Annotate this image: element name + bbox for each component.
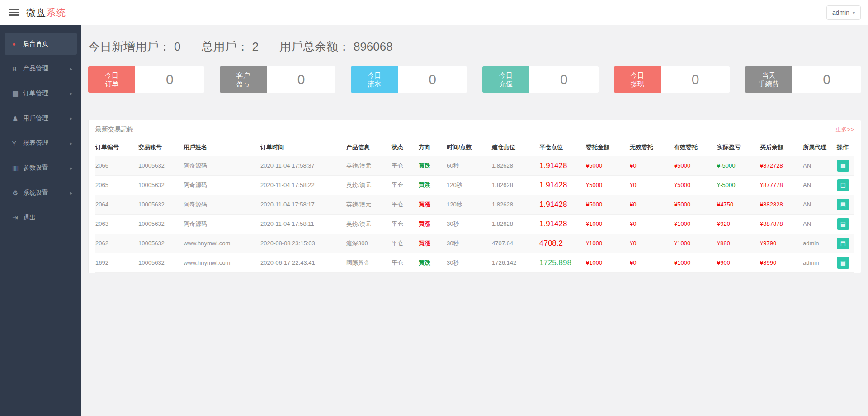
cell-agent: admin — [803, 234, 837, 253]
cell-account: 10005632 — [138, 156, 184, 175]
panel-title: 最新交易記錄 — [95, 126, 133, 134]
stat: 用戶总余额：896068 — [279, 39, 393, 55]
view-order-button[interactable]: ▤ — [837, 199, 849, 210]
stat-value: 2 — [252, 40, 258, 53]
column-header: 买后余額 — [760, 139, 803, 156]
cell-order-id: 2064 — [95, 195, 138, 214]
card-today-deposit: 今日 充值 0 — [482, 66, 599, 93]
cell-account: 10005632 — [138, 234, 184, 253]
cell-balance: ¥887878 — [760, 214, 803, 234]
signout-icon: ⇥ — [12, 214, 23, 222]
cell-profit: ¥-5000 — [717, 156, 760, 175]
stat-card-value: 0 — [135, 66, 204, 93]
cell-user-name: 阿奇源码 — [184, 156, 260, 175]
cell-order-id: 2065 — [95, 175, 138, 195]
stat-cards: 今日 订单 0 客户 盈亏 0 今日 流水 0 今日 充值 0 今日 提现 0 … — [88, 66, 861, 93]
cell-account: 10005632 — [138, 214, 184, 234]
cell-agent: admin — [803, 253, 837, 272]
column-header: 操作 — [837, 139, 854, 156]
cell-valid-amount: ¥5000 — [674, 195, 717, 214]
card-today-withdraw: 今日 提现 0 — [614, 66, 730, 93]
user-dropdown[interactable]: admin ▾ — [826, 5, 861, 20]
more-link[interactable]: 更多>> — [835, 126, 854, 134]
cell-open-price: 1726.142 — [492, 253, 539, 272]
cell-valid-amount: ¥5000 — [674, 175, 717, 195]
panel-header: 最新交易記錄 更多>> — [89, 120, 861, 139]
stat-card-value: 0 — [529, 66, 599, 93]
cell-period: 120秒 — [447, 195, 492, 214]
sidebar-item-label: 后台首页 — [23, 40, 72, 48]
view-order-button[interactable]: ▤ — [837, 160, 849, 172]
sidebar-item-label: 报表管理 — [23, 139, 70, 147]
column-header: 平仓点位 — [539, 139, 586, 156]
cell-period: 30秒 — [447, 253, 492, 272]
cell-order-time: 2020-08-08 23:15:03 — [260, 234, 346, 253]
copy-icon: ▥ — [12, 164, 23, 172]
column-header: 建仓点位 — [492, 139, 539, 156]
sidebar-item-reports[interactable]: ¥ 报表管理 ▸ — [5, 132, 77, 154]
bitcoin-icon: Ƀ — [12, 65, 23, 73]
stat-card-value: 0 — [792, 66, 861, 93]
cell-valid-amount: ¥1000 — [674, 234, 717, 253]
cell-direction: 買跌 — [419, 175, 447, 195]
menu-toggle-icon[interactable] — [9, 8, 19, 17]
view-order-button[interactable]: ▤ — [837, 257, 849, 269]
sidebar-item-system[interactable]: ⚙ 系统设置 ▸ — [5, 182, 77, 204]
cell-order-id: 2063 — [95, 214, 138, 234]
cell-direction: 買跌 — [419, 253, 447, 272]
cell-balance: ¥9790 — [760, 234, 803, 253]
column-header: 产品信息 — [346, 139, 392, 156]
cell-status: 平仓 — [392, 214, 419, 234]
cell-product: 英鎊/澳元 — [346, 156, 392, 175]
table-row: 2066 10005632 阿奇源码 2020-11-04 17:58:37 英… — [95, 156, 854, 175]
cell-open-price: 4707.64 — [492, 234, 539, 253]
user-dropdown-label: admin — [832, 9, 849, 16]
view-order-button[interactable]: ▤ — [837, 218, 849, 230]
sidebar-item-users[interactable]: ♟ 用戶管理 ▸ — [5, 108, 77, 129]
list-icon: ▤ — [840, 220, 846, 227]
view-order-button[interactable]: ▤ — [837, 238, 849, 249]
column-header: 无效委托 — [630, 139, 674, 156]
cell-actions: ▤ — [837, 253, 854, 272]
sidebar-item-dashboard[interactable]: ● 后台首页 — [5, 33, 77, 55]
cell-amount: ¥1000 — [586, 234, 630, 253]
cell-profit: ¥-5000 — [717, 175, 760, 195]
cell-account: 10005632 — [138, 175, 184, 195]
cell-order-id: 2062 — [95, 234, 138, 253]
column-header: 委托金額 — [586, 139, 630, 156]
files-icon: ▤ — [12, 89, 23, 98]
trades-table-wrap: 订单编号交易账号用戶姓名订单时间产品信息状态方向时间/点数建仓点位平仓点位委托金… — [89, 139, 861, 273]
gears-icon: ⚙ — [12, 189, 23, 197]
list-icon: ▤ — [840, 182, 846, 188]
cell-close-price: 1.91428 — [539, 156, 586, 175]
card-today-orders: 今日 订单 0 — [88, 66, 204, 93]
cell-order-time: 2020-11-04 17:58:37 — [260, 156, 346, 175]
cell-period: 30秒 — [447, 234, 492, 253]
table-header-row: 订单编号交易账号用戶姓名订单时间产品信息状态方向时间/点数建仓点位平仓点位委托金… — [95, 139, 854, 156]
table-row: 2064 10005632 阿奇源码 2020-11-04 17:58:17 英… — [95, 195, 854, 214]
sidebar-item-logout[interactable]: ⇥ 退出 — [5, 207, 77, 229]
column-header: 用戶姓名 — [184, 139, 260, 156]
column-header: 交易账号 — [138, 139, 184, 156]
sidebar-item-params[interactable]: ▥ 参数设置 ▸ — [5, 157, 77, 179]
cell-product: 英鎊/澳元 — [346, 175, 392, 195]
table-row: 2063 10005632 阿奇源码 2020-11-04 17:58:11 英… — [95, 214, 854, 234]
cell-user-name: 阿奇源码 — [184, 214, 260, 234]
cell-product: 英鎊/澳元 — [346, 195, 392, 214]
stat-card-value: 0 — [267, 66, 336, 93]
cell-order-time: 2020-06-17 22:43:41 — [260, 253, 346, 272]
cell-invalid-amount: ¥0 — [630, 195, 674, 214]
stats-summary: 今日新增用戶：0 总用戶：2 用戶总余额：896068 — [88, 39, 861, 55]
view-order-button[interactable]: ▤ — [837, 179, 849, 191]
cell-close-price: 1.91428 — [539, 214, 586, 234]
cell-product: 英鎊/澳元 — [346, 214, 392, 234]
sidebar-item-label: 用戶管理 — [23, 114, 70, 122]
chevron-down-icon: ▾ — [853, 10, 855, 15]
topbar: 微盘系统 admin ▾ — [0, 0, 868, 25]
stat-card-label: 今日 流水 — [351, 66, 398, 93]
card-today-flow: 今日 流水 0 — [351, 66, 467, 93]
cell-user-name: 阿奇源码 — [184, 195, 260, 214]
sidebar-item-orders[interactable]: ▤ 订单管理 ▸ — [5, 83, 77, 104]
sidebar-item-products[interactable]: Ƀ 产品管理 ▸ — [5, 58, 77, 79]
cell-period: 60秒 — [447, 156, 492, 175]
